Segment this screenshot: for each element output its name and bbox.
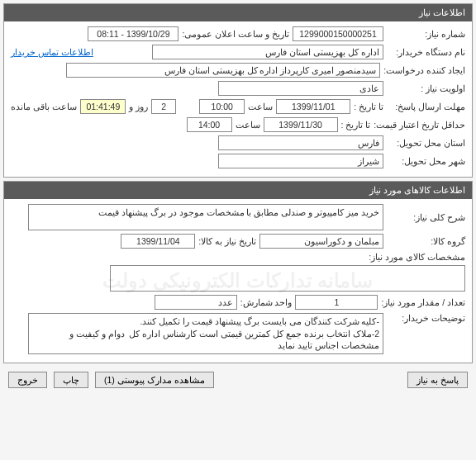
priority-field: عادی	[218, 81, 383, 96]
remaining-time-field: 01:41:49	[80, 99, 126, 114]
remaining-label: ساعت باقی مانده	[11, 102, 77, 111]
credit-time-field: 14:00	[187, 117, 232, 132]
need-date-label: تاریخ نیاز به کالا:	[198, 236, 256, 246]
group-field: مبلمان و دکوراسیون	[259, 234, 383, 249]
spec-label: مشخصات کالای مورد نیاز:	[369, 252, 465, 262]
buyer-org-field: اداره کل بهزیستی استان فارس	[152, 45, 383, 59]
print-button[interactable]: چاپ	[54, 372, 88, 388]
unit-label: واحد شمارش:	[240, 297, 293, 307]
public-date-field: 1399/10/29 - 08:11	[88, 26, 178, 41]
exit-button[interactable]: خروج	[8, 372, 47, 388]
unit-field: عدد	[155, 295, 237, 310]
qty-label: تعداد / مقدار مورد نیاز:	[381, 297, 465, 307]
deadline-date-field: 1399/11/01	[276, 99, 350, 114]
public-date-label: تاریخ و ساعت اعلان عمومی:	[182, 29, 289, 39]
need-info-header: اطلاعات نیاز	[4, 4, 472, 21]
province-field: فارس	[218, 135, 383, 150]
credit-date-field: 1399/11/30	[264, 117, 338, 132]
goods-info-header: اطلاعات کالاهای مورد نیاز	[4, 182, 472, 199]
days-label: روز و	[129, 102, 148, 111]
deadline-time-field: 10:00	[199, 99, 245, 114]
days-field: 2	[151, 99, 176, 114]
need-date-field: 1399/11/04	[121, 234, 195, 249]
goods-info-panel: اطلاعات کالاهای مورد نیاز سامانه تدارکات…	[3, 181, 473, 363]
time-label-2: ساعت	[236, 120, 260, 130]
min-credit-label: حداقل تاریخ اعتبار قیمت:	[374, 120, 465, 130]
deadline-label: مهلت ارسال پاسخ:	[387, 102, 465, 111]
reply-button[interactable]: پاسخ به نیاز	[407, 372, 468, 388]
credit-to-label: تا تاریخ :	[341, 120, 371, 130]
time-label-1: ساعت	[248, 102, 273, 111]
creator-label: ایجاد کننده درخواست:	[383, 65, 465, 75]
creator-field: سیدمنصور امیری کارپرداز اداره کل بهزیستی…	[66, 63, 380, 78]
buyer-notes-field: -کلیه شرکت کنندگان می بایست برگ پیشنهاد …	[28, 313, 383, 354]
buyer-org-label: نام دستگاه خریدار:	[387, 47, 465, 57]
city-label: شهر محل تحویل:	[387, 156, 465, 166]
province-label: استان محل تحویل:	[387, 138, 465, 148]
qty-field: 1	[295, 295, 378, 310]
desc-field: خرید میز کامپیوتر و صندلی مطابق با مشخصا…	[28, 204, 383, 230]
buyer-notes-label: توضیحات خریدار:	[387, 313, 465, 323]
need-info-panel: اطلاعات نیاز شماره نیاز: 129900015000025…	[3, 3, 473, 178]
need-no-label: شماره نیاز:	[387, 29, 465, 39]
need-no-field: 1299000150000251	[293, 26, 383, 41]
group-label: گروه کالا:	[387, 236, 465, 246]
desc-label: شرح کلی نیاز:	[387, 212, 465, 222]
view-attachments-button[interactable]: مشاهده مدارک پیوستی (1)	[95, 372, 214, 388]
buyer-contact-button[interactable]: اطلاعات تماس خریدار	[11, 47, 93, 57]
spec-field	[110, 265, 465, 292]
priority-label: اولویت نیاز :	[387, 83, 465, 93]
city-field: شیراز	[218, 154, 383, 168]
to-date-label: تا تاریخ :	[354, 102, 383, 111]
footer-bar: خروج چاپ مشاهده مدارک پیوستی (1) پاسخ به…	[0, 367, 476, 393]
